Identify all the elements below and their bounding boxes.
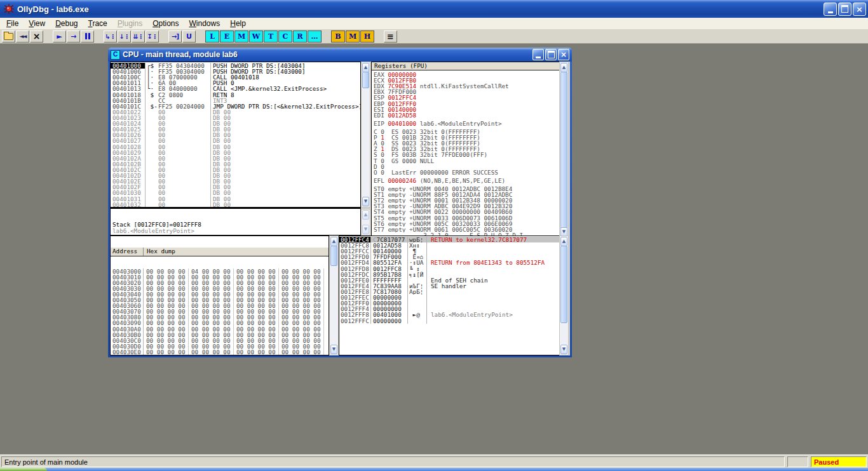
disasm-row[interactable]: 0040102B00DB 00 [111,161,360,167]
register-line[interactable]: ECX 0012FFB0 [372,77,559,83]
disasm-row[interactable]: 0040103100DB 00 [111,196,360,202]
scroll-thumb[interactable] [362,72,369,88]
menu-file[interactable]: File [1,18,24,29]
disasm-row[interactable]: 0040100C│·E8 07000000CALL 00401018 [111,74,360,80]
view-threads-button[interactable]: T [264,30,278,43]
scroll-thumb[interactable] [560,246,567,323]
disasm-row[interactable]: 0040102A00DB 00 [111,156,360,161]
close-button[interactable]: × [853,3,866,16]
register-line[interactable]: ST3 empty -UNORM ADBC 004E92D9 0012B320 [372,203,559,209]
menu-options[interactable]: Options [147,18,184,29]
pause-button[interactable] [81,30,94,43]
scroll-down-button[interactable] [330,345,337,354]
disasm-row[interactable]: 0040102500DB 00 [111,126,360,132]
disasm-row[interactable]: 0040101BCCINT3 [111,98,360,103]
window-titlebar[interactable]: OllyDbg - lab6.exe × [0,0,868,18]
view-executables-button[interactable]: E [220,30,234,43]
view-memory-button[interactable]: M [234,30,248,43]
disasm-row[interactable]: 0040102600DB 00 [111,132,360,138]
disasm-row[interactable]: 0040103200DB 00 [111,202,360,208]
register-line[interactable]: ST1 empty -UNORM 88F5 0012ADA4 0012ADBC [372,192,559,197]
disasm-row[interactable]: 0040102900DB 00 [111,150,360,156]
scroll-up-button[interactable] [330,237,337,246]
register-line[interactable]: ESI 00140000 [372,107,559,112]
disassembly-pane[interactable]: 00401000┌$FF35 04304000PUSH DWORD PTR DS… [110,62,361,208]
menu-windows[interactable]: Windows [184,18,226,29]
restart-button[interactable]: ◄◄ [16,30,29,43]
view-memory-breakpoints-button[interactable]: M [346,30,360,43]
register-line[interactable]: T 0 GS 0000 NULL [372,158,559,164]
windows-list-button[interactable]: ≡ [384,30,397,43]
step-over-button[interactable]: ↓⋮ [118,30,131,43]
open-file-button[interactable] [2,30,15,43]
disasm-row[interactable]: 00401000┌$FF35 04304000PUSH DWORD PTR DS… [111,63,360,69]
register-line[interactable]: ST4 empty +UNORM 0022 00000000 00409B60 [372,209,559,215]
register-line[interactable]: ST7 empty +UNORM 0061 006C005C 00360020 [372,227,559,232]
hexdump-pane[interactable]: Address Hex dump 0040300000 00 00 0004 0… [110,236,329,355]
disasm-row[interactable]: 0040102200DB 00 [111,109,360,115]
register-line[interactable]: ST0 empty +UNORM 0040 0012ADBC 0012B8E4 [372,186,559,192]
registers-pane[interactable]: Registers (FPU) EAX 00000000ECX 0012FFB0… [371,62,569,238]
scroll-up-button[interactable] [560,237,567,246]
register-line[interactable]: Z 1 DS 0023 32bit 0(FFFFFFFF) [372,146,559,152]
register-line[interactable]: O 0 LastErr 00000000 ERROR_SUCCESS [372,169,559,175]
scroll-down-button[interactable] [560,345,567,354]
register-line[interactable]: ST2 empty +UNORM 0001 0012B348 00000020 [372,197,559,203]
execute-till-return-button[interactable]: →] [168,30,182,43]
cpu-close-button[interactable]: × [558,49,569,60]
scroll-up-button[interactable] [362,210,369,220]
view-breakpoints-button[interactable]: B [331,30,345,43]
disasm-row[interactable]: 0040102F00DB 00 [111,184,360,190]
start-button-sliver[interactable] [0,468,47,471]
disasm-row[interactable]: 00401011│·6A 00PUSH 0 [111,80,360,86]
disasm-row[interactable]: 0040102C00DB 00 [111,167,360,173]
cpu-minimize-button[interactable] [532,49,544,60]
trace-into-button[interactable]: ⇊⋮ [132,30,145,43]
trace-over-button[interactable]: ↧⋮ [146,30,159,43]
registers-scrollbar[interactable] [559,62,569,238]
menu-help[interactable]: Help [225,18,251,29]
register-line[interactable]: EBX 7FFDF000 [372,89,559,95]
disasm-row[interactable]: 0040102E00DB 00 [111,178,360,184]
disasm-row[interactable]: 0040103000DB 00 [111,190,360,196]
cpu-titlebar[interactable]: C CPU - main thread, module lab6 × [108,48,572,62]
stack-scrollbar[interactable] [559,236,569,355]
register-line[interactable]: EIP 00401000 lab6.<ModuleEntryPoint> [372,121,559,126]
disasm-row[interactable]: 0040102D00DB 00 [111,173,360,178]
go-to-user-code-button[interactable]: U [182,30,196,43]
register-line[interactable]: C 0 ES 0023 32bit 0(FFFFFFFF) [372,129,559,135]
run-trace-button[interactable]: → [67,30,80,43]
disasm-row[interactable]: 0040102800DB 00 [111,144,360,150]
register-line[interactable]: EDI 0012AD58 [372,112,559,118]
scroll-down-button[interactable] [362,225,369,234]
minimize-button[interactable] [824,3,837,16]
scroll-thumb[interactable] [330,246,337,266]
register-line[interactable]: EDX 7C90E514 ntdll.KiFastSystemCallRet [372,83,559,89]
menu-trace[interactable]: Trace [83,18,112,29]
view-windows-button[interactable]: W [249,30,263,43]
scroll-thumb[interactable] [560,72,567,229]
disasm-row[interactable]: 0040102400DB 00 [111,121,360,126]
disasm-row[interactable]: 00401006│·FF35 00304000PUSH DWORD PTR DS… [111,69,360,74]
restore-button[interactable] [838,3,851,16]
register-line[interactable]: A 0 SS 0023 32bit 0(FFFFFFFF) [372,140,559,146]
view-cpu-button[interactable]: C [278,30,292,43]
disasm-row[interactable]: 00401018 $C2 0800RETN 8 [111,92,360,98]
info-scrollbar[interactable] [361,209,370,236]
scroll-up-button[interactable] [560,63,567,72]
register-line[interactable]: EAX 00000000 [372,72,559,77]
more-views-button[interactable]: … [308,30,322,43]
register-line[interactable]: ST6 empty +UNORM 005C 00320033 006E0069 [372,221,559,227]
stack-row[interactable]: 0012FFFC00000000 [339,318,568,324]
scroll-up-button[interactable] [362,63,369,72]
menu-view[interactable]: View [24,18,50,29]
hexdump-row[interactable]: 004030F000 00 00 0000 00 00 0000 00 00 0… [111,355,329,355]
dump-header-address[interactable]: Address [111,248,144,256]
cpu-maximize-button[interactable] [545,49,557,60]
disasm-row[interactable]: 0040101C $-FF25 00204000JMP DWORD PTR DS… [111,103,360,109]
scroll-down-button[interactable] [362,197,369,206]
dump-header-hex[interactable]: Hex dump [144,248,329,256]
disasm-row[interactable]: 00401013└·E8 04000000CALL <JMP.&kernel32… [111,86,360,91]
register-line[interactable]: EBP 0012FFF0 [372,101,559,107]
register-line[interactable]: P 1 CS 001B 32bit 0(FFFFFFFF) [372,135,559,140]
